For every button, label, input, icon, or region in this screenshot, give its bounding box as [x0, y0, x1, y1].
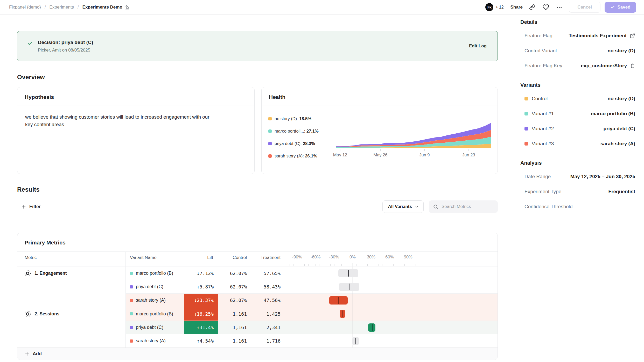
search-icon	[433, 204, 438, 209]
saved-button[interactable]: Saved	[605, 2, 636, 13]
treatment-value: 1,716	[251, 334, 285, 347]
ci-median-line	[348, 270, 349, 277]
legend-swatch	[268, 142, 272, 145]
add-filter-button[interactable]: Filter	[17, 204, 41, 209]
add-label: Add	[33, 351, 42, 357]
search-metrics-box	[429, 200, 498, 213]
add-metric-button[interactable]: Add	[17, 347, 498, 360]
metric-name: 2. Sessions	[34, 310, 59, 317]
legend-swatch	[268, 154, 272, 158]
plus-icon	[21, 204, 26, 209]
date-range-value: May 12, 2025 – Jun 30, 2025	[570, 174, 635, 179]
breadcrumb: Fixpanel {demo} / Experiments / Experime…	[9, 5, 130, 10]
decision-subtitle: Picker, Amit on 08/05/2025	[38, 48, 469, 53]
confidence-interval-cell	[285, 307, 498, 321]
lift-value: ↑4.54%	[184, 334, 218, 347]
column-header-metric: Metric	[17, 252, 126, 266]
lift-value: ↓16.25%	[184, 307, 218, 321]
legend-value: 26.1%	[305, 154, 317, 158]
control-value: 62.07%	[218, 280, 251, 293]
variant-color-swatch	[524, 112, 528, 115]
x-axis-tick-label: May 12	[333, 153, 347, 157]
share-button[interactable]: Share	[510, 5, 523, 10]
table-row[interactable]: sarah story (A) ↓23.37% 62.07% 47.56%	[126, 293, 498, 307]
column-header-control: Control	[218, 252, 251, 266]
variant-row-2: Variant #2 priya debt (C)	[524, 121, 635, 136]
cancel-button[interactable]: Cancel	[569, 2, 600, 13]
control-value: 1,161	[218, 334, 251, 347]
hypothesis-text: we believe that showing customer stories…	[17, 105, 225, 136]
control-value: 62.07%	[218, 294, 251, 307]
table-row[interactable]: marco portfolio (B) ↓7.12% 62.07% 57.65%	[126, 266, 498, 280]
table-row[interactable]: priya debt (C) ↓5.87% 62.07% 58.43%	[126, 280, 498, 293]
ci-axis-label: -30%	[329, 255, 339, 259]
confidence-threshold-label: Confidence Threshold	[524, 204, 573, 209]
table-row[interactable]: sarah story (A) ↑4.54% 1,161 1,716	[126, 334, 498, 347]
metric-target-icon	[24, 310, 31, 317]
ci-axis-label: 0%	[349, 255, 356, 259]
column-header-treatment: Treatment	[251, 252, 285, 266]
filter-label: Filter	[29, 204, 41, 209]
control-value: 1,161	[218, 307, 251, 321]
experiment-type-value: Frequentist	[608, 189, 635, 194]
variant-row-3: Variant #3 sarah story (A)	[524, 136, 635, 151]
chart-x-axis-labels: May 12May 26Jun 9Jun 23	[336, 153, 491, 159]
copy-link-icon[interactable]	[528, 3, 536, 11]
experiment-type-label: Experiment Type	[524, 189, 561, 194]
variant-name: marco portfolio (B)	[136, 271, 173, 276]
confidence-interval-bar	[368, 323, 376, 332]
variants-dropdown[interactable]: All Variants	[382, 200, 424, 213]
variant-slot-label: Variant #2	[532, 126, 554, 132]
confidence-interval-cell	[285, 334, 498, 347]
collaborators-count[interactable]: + 12	[495, 5, 504, 10]
chevron-down-icon	[415, 205, 419, 209]
main-content: Decision: priya debt (C) Picker, Amit on…	[0, 15, 507, 362]
control-value: 1,161	[218, 321, 251, 334]
edit-log-button[interactable]: Edit Log	[469, 44, 487, 49]
feature-flag-key-row: Feature Flag Key exp_customerStory	[524, 58, 635, 73]
table-row[interactable]: priya debt (C) ↑31.4% 1,161 2,341	[126, 321, 498, 334]
primary-metrics-card: Primary Metrics Metric Variant Name Lift…	[17, 233, 498, 360]
external-link-icon[interactable]	[630, 33, 635, 39]
treatment-value: 58.43%	[251, 280, 285, 293]
top-bar-actions: Fk + 12 Share Cancel Saved	[485, 2, 636, 13]
metric-group-sessions: 2. Sessions marco portfolio (B) ↓16.25% …	[17, 307, 498, 347]
avatar[interactable]: Fk	[485, 3, 493, 11]
confidence-interval-bar	[339, 283, 359, 291]
variant-name: sarah story (A)	[136, 298, 166, 303]
legend-value: 28.3%	[303, 141, 315, 146]
breadcrumb-project[interactable]: Fixpanel {demo}	[9, 5, 41, 10]
zero-reference-line	[353, 266, 353, 347]
ci-median-line	[372, 324, 373, 331]
date-range-row: Date Range May 12, 2025 – Jun 30, 2025	[524, 169, 635, 184]
copy-icon[interactable]	[630, 63, 635, 68]
variant-color-swatch	[524, 97, 528, 100]
feature-flag-value[interactable]: Testimonials Experiment	[569, 33, 627, 39]
ci-axis-label: -60%	[311, 255, 321, 259]
legend-label: priya debt (C):	[275, 141, 302, 146]
feature-flag-row: Feature Flag Testimonials Experiment	[524, 28, 635, 43]
primary-metrics-title: Primary Metrics	[25, 240, 66, 245]
overview-heading: Overview	[17, 74, 498, 81]
table-header: Metric Variant Name Lift Control Treatme…	[17, 251, 498, 266]
hypothesis-card: Hypothesis we believe that showing custo…	[17, 87, 255, 174]
variants-section-title: Variants	[520, 82, 635, 88]
health-title: Health	[269, 94, 285, 100]
decision-title: Decision: priya debt (C)	[38, 40, 469, 45]
variant-row-1: Variant #1 marco portfolio (B)	[524, 106, 635, 121]
variant-value: no story (D)	[607, 96, 635, 102]
ci-axis-label: 90%	[404, 255, 412, 259]
microscope-icon	[124, 5, 130, 10]
breadcrumb-current-page: Experiments Demo	[82, 5, 130, 10]
top-bar: Fixpanel {demo} / Experiments / Experime…	[0, 0, 644, 15]
treatment-value: 47.56%	[251, 294, 285, 307]
lift-value: ↓7.12%	[184, 266, 218, 280]
favorite-heart-icon[interactable]	[542, 3, 550, 11]
more-options-icon[interactable]	[555, 3, 563, 11]
breadcrumb-experiments[interactable]: Experiments	[50, 5, 74, 10]
table-row[interactable]: marco portfolio (B) ↓16.25% 1,161 1,425	[126, 307, 498, 321]
ci-median-line	[355, 338, 356, 344]
confidence-interval-bar	[340, 310, 345, 318]
search-metrics-input[interactable]	[442, 204, 494, 209]
details-section-title: Details	[520, 19, 635, 25]
